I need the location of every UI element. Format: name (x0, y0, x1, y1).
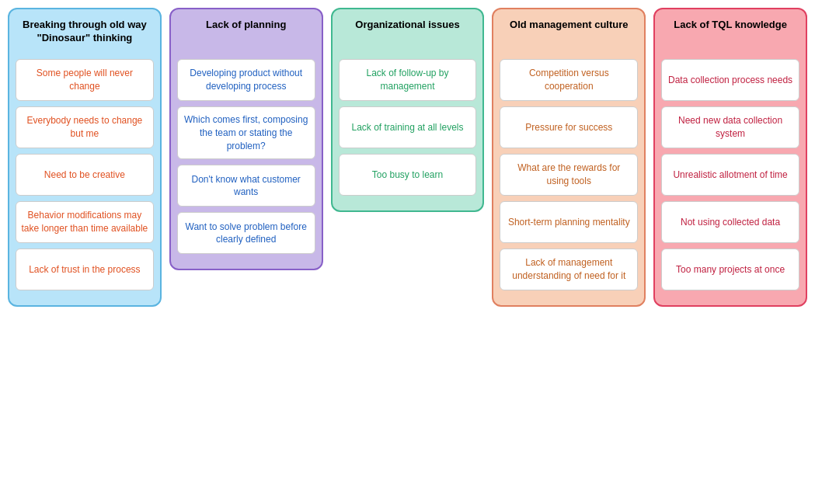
column-1: Breaking through old way "Dinosaur" thin… (8, 8, 162, 307)
kanban-board: Breaking through old way "Dinosaur" thin… (8, 8, 807, 307)
card-5-1[interactable]: Data collection process needs (661, 59, 799, 101)
card-2-4[interactable]: Want to solve problem before clearly def… (177, 212, 315, 254)
card-3-1[interactable]: Lack of follow-up by management (339, 59, 477, 101)
card-4-3[interactable]: What are the rewards for using tools (500, 154, 638, 196)
card-4-4[interactable]: Short-term planning mentality (500, 201, 638, 243)
card-1-5[interactable]: Lack of trust in the process (16, 249, 154, 290)
card-2-3[interactable]: Don't know what customer wants (177, 165, 315, 207)
card-3-3[interactable]: Too busy to learn (339, 154, 477, 196)
card-1-1[interactable]: Some people will never change (16, 59, 154, 101)
column-header-2: Lack of planning (177, 16, 315, 53)
card-4-5[interactable]: Lack of management understanding of need… (500, 249, 638, 290)
card-4-1[interactable]: Competition versus cooperation (500, 59, 638, 101)
column-header-5: Lack of TQL knowledge (661, 16, 799, 53)
card-1-3[interactable]: Need to be creative (16, 154, 154, 196)
card-1-2[interactable]: Everybody needs to change but me (16, 106, 154, 148)
column-2: Lack of planningDeveloping product witho… (169, 8, 323, 270)
card-5-4[interactable]: Not using collected data (661, 201, 799, 243)
column-4: Old management cultureCompetition versus… (492, 8, 646, 307)
card-5-2[interactable]: Need new data collection system (661, 106, 799, 148)
card-2-2[interactable]: Which comes first, composing the team or… (177, 106, 315, 159)
card-5-5[interactable]: Too many projects at once (661, 249, 799, 290)
column-3: Organizational issuesLack of follow-up b… (331, 8, 485, 212)
card-1-4[interactable]: Behavior modifications may take longer t… (16, 201, 154, 243)
card-3-2[interactable]: Lack of training at all levels (339, 106, 477, 148)
card-2-1[interactable]: Developing product without developing pr… (177, 59, 315, 101)
column-5: Lack of TQL knowledgeData collection pro… (653, 8, 807, 307)
column-header-3: Organizational issues (339, 16, 477, 53)
card-5-3[interactable]: Unrealistic allotment of time (661, 154, 799, 196)
column-header-4: Old management culture (500, 16, 638, 53)
column-header-1: Breaking through old way "Dinosaur" thin… (16, 16, 154, 53)
card-4-2[interactable]: Pressure for success (500, 106, 638, 148)
